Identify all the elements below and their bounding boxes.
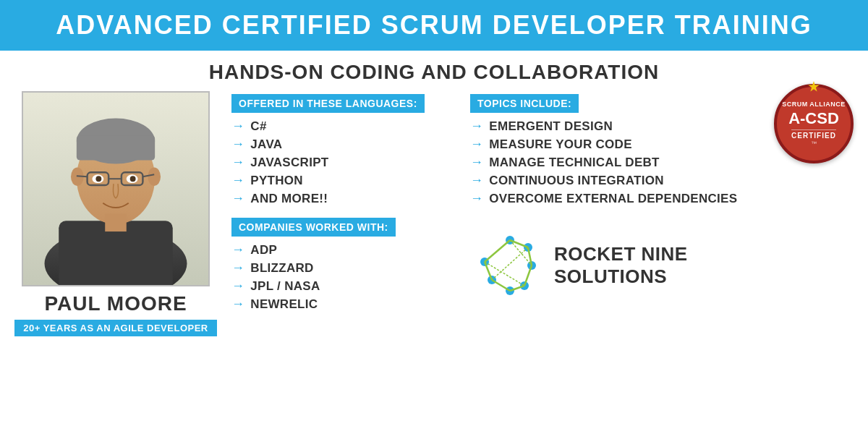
rocket-nine-text: ROCKET NINESOLUTIONS [554,243,688,288]
topic-item: EMERGENT DESIGN [489,119,613,134]
languages-section: OFFERED IN THESE LANGUAGES: → C# → JAVA … [231,94,456,206]
arrow-icon: → [231,119,244,134]
list-item: → PYTHON [231,173,456,188]
list-item: → BLIZZARD [231,260,456,276]
right-column: Scrum Alliance A-CSD CERTIFIED ™ TOPICS … [470,91,854,434]
arrow-icon: → [470,137,483,152]
list-item: → JAVASCRIPT [231,155,456,170]
companies-section: COMPANIES WORKED WITH: → ADP → BLIZZARD … [231,218,456,312]
companies-heading: COMPANIES WORKED WITH: [231,218,396,237]
rocket-nine-logo-area: ROCKET NINESOLUTIONS [470,229,854,302]
language-item: AND MORE!! [250,192,328,206]
network-logo-icon [470,229,542,302]
arrow-icon: → [470,155,483,170]
badge-bottom-text: CERTIFIED [791,129,836,140]
svg-line-34 [492,247,528,280]
arrow-icon: → [231,260,244,276]
list-item: → JPL / NASA [231,278,456,294]
topic-item: OVERCOME EXTERNAL DEPENDENCIES [489,192,737,206]
language-item: PYTHON [250,174,303,188]
acsd-badge: Scrum Alliance A-CSD CERTIFIED ™ [774,84,854,163]
list-item: → OVERCOME EXTERNAL DEPENDENCIES [470,191,854,206]
arrow-icon: → [231,278,244,294]
list-item: → JAVA [231,137,456,152]
arrow-icon: → [231,155,244,170]
list-item: → AND MORE!! [231,191,456,206]
badge-trademark: ™ [811,140,817,147]
arrow-icon: → [470,173,483,188]
company-item: ADP [250,243,277,258]
subtitle-text: HANDS-ON CODING AND COLLABORATION [14,61,854,84]
topic-item: MEASURE YOUR CODE [489,137,631,152]
svg-point-17 [130,176,136,182]
svg-point-16 [95,176,101,182]
list-item: → C# [231,119,456,134]
badge-top-text: Scrum Alliance [782,101,846,108]
svg-line-12 [77,176,88,176]
svg-rect-18 [105,213,127,231]
svg-line-32 [485,240,510,262]
topic-item: CONTINUOUS INTEGRATION [489,174,663,188]
arrow-icon: → [231,297,244,312]
header-banner: ADVANCED CERTIFIED SCRUM DEVELOPER TRAIN… [0,0,868,51]
instructor-photo [22,91,210,286]
svg-point-6 [148,167,161,186]
arrow-icon: → [231,242,244,258]
arrow-icon: → [231,137,244,152]
instructor-name: PAUL MOORE [44,292,187,315]
svg-rect-8 [77,135,155,160]
language-item: JAVA [250,137,282,152]
badge-circle: Scrum Alliance A-CSD CERTIFIED ™ [774,84,854,163]
list-item: → NEWRELIC [231,297,456,312]
list-item: → ADP [231,242,456,258]
company-item: JPL / NASA [250,279,320,294]
person-illustration [23,91,208,286]
arrow-icon: → [231,191,244,206]
languages-heading: OFFERED IN THESE LANGUAGES: [231,94,425,113]
header-title: ADVANCED CERTIFIED SCRUM DEVELOPER TRAIN… [14,10,854,41]
middle-column: OFFERED IN THESE LANGUAGES: → C# → JAVA … [231,91,456,434]
main-content: PAUL MOORE 20+ YEARS AS AN AGILE DEVELOP… [0,91,868,434]
companies-list: → ADP → BLIZZARD → JPL / NASA → NEWRELIC [231,242,456,312]
topic-item: MANAGE TECHNICAL DEBT [489,156,660,170]
svg-line-30 [492,280,510,291]
arrow-icon: → [470,191,483,206]
company-item: NEWRELIC [250,297,318,312]
company-item: BLIZZARD [250,261,313,276]
topics-heading: TOPICS INCLUDE: [470,94,579,113]
list-item: → CONTINUOUS INTEGRATION [470,173,854,188]
svg-line-28 [524,265,532,286]
years-badge: 20+ YEARS AS AN AGILE DEVELOPER [14,320,216,336]
languages-list: → C# → JAVA → JAVASCRIPT → PYTHON → AN [231,119,456,206]
language-item: JAVASCRIPT [250,156,328,170]
badge-main-text: A-CSD [788,109,839,128]
arrow-icon: → [231,173,244,188]
language-item: C# [250,119,266,134]
subtitle-bar: HANDS-ON CODING AND COLLABORATION [0,51,868,91]
left-column: PAUL MOORE 20+ YEARS AS AN AGILE DEVELOP… [14,91,217,434]
arrow-icon: → [470,119,483,134]
